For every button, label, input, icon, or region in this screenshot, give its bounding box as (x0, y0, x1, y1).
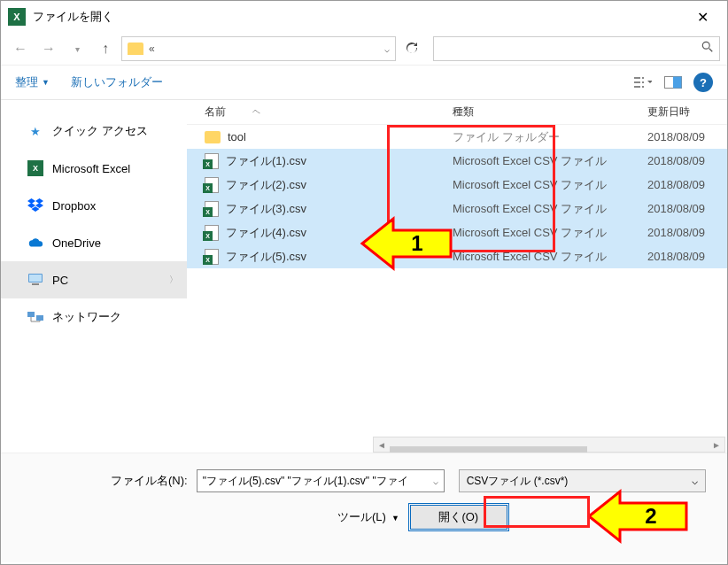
file-name: ファイル(5).csv (226, 249, 306, 265)
filename-label: ファイル名(N): (111, 473, 188, 489)
file-date: 2018/08/09 (647, 130, 727, 143)
excel-icon: X (27, 160, 43, 176)
svg-rect-7 (642, 86, 644, 88)
sidebar-item-label: クイック アクセス (52, 123, 148, 139)
sidebar-item-dropbox[interactable]: Dropbox (1, 187, 187, 224)
chevron-down-icon[interactable]: ⌵ (384, 44, 390, 54)
file-row[interactable]: ファイル(4).csvMicrosoft Excel CSV ファイル2018/… (187, 221, 727, 244)
open-button-label: 開く(O) (438, 509, 478, 525)
cloud-icon (27, 235, 43, 251)
filename-value: "ファイル(5).csv" "ファイル(1).csv" "ファイ (203, 474, 408, 489)
file-row[interactable]: ファイル(2).csvMicrosoft Excel CSV ファイル2018/… (187, 173, 727, 197)
file-row[interactable]: toolファイル フォルダー2018/08/09 (187, 125, 727, 149)
titlebar: X ファイルを開く ✕ (1, 1, 727, 33)
search-icon (701, 41, 714, 57)
preview-pane-button[interactable] (663, 74, 683, 90)
chevron-right-icon: 〉 (169, 274, 178, 286)
file-date: 2018/08/09 (647, 250, 727, 263)
svg-rect-11 (29, 275, 42, 282)
svg-line-1 (709, 49, 713, 52)
address-bar[interactable]: « ⌵ (121, 36, 396, 61)
sort-indicator-icon: ヘ (252, 106, 260, 118)
file-name: ファイル(2).csv (226, 177, 306, 193)
sidebar-item-label: Dropbox (52, 199, 96, 213)
file-type: Microsoft Excel CSV ファイル (453, 225, 647, 241)
organize-button[interactable]: 整理▼ (15, 74, 50, 90)
csv-file-icon (205, 153, 219, 169)
svg-rect-9 (673, 77, 682, 89)
sidebar-item-onedrive[interactable]: OneDrive (1, 224, 187, 261)
file-name: ファイル(1).csv (226, 153, 306, 169)
excel-app-icon: X (8, 8, 26, 26)
horizontal-scrollbar[interactable]: ◄ ► (373, 437, 725, 453)
help-button[interactable]: ? (693, 73, 713, 92)
file-type: Microsoft Excel CSV ファイル (453, 201, 647, 217)
refresh-icon (405, 42, 419, 56)
window-title: ファイルを開く (33, 9, 113, 25)
pc-icon (27, 272, 43, 288)
svg-rect-12 (32, 283, 39, 285)
sidebar-item-pc[interactable]: PC 〉 (1, 261, 187, 298)
sidebar-item-label: Microsoft Excel (52, 162, 130, 175)
file-type-value: CSVファイル (*.csv*) (467, 474, 569, 489)
view-options-button[interactable] (633, 74, 653, 90)
svg-rect-5 (642, 77, 644, 79)
file-row[interactable]: ファイル(5).csvMicrosoft Excel CSV ファイル2018/… (187, 244, 727, 268)
forward-button[interactable]: → (36, 36, 61, 61)
file-name: ファイル(4).csv (226, 225, 306, 241)
file-date: 2018/08/09 (647, 202, 727, 215)
network-icon (27, 309, 43, 325)
sidebar-item-network[interactable]: ネットワーク (1, 298, 187, 336)
open-button[interactable]: 開く(O) (410, 505, 507, 530)
column-date[interactable]: 更新日時 (647, 104, 727, 120)
sidebar-item-label: PC (52, 274, 68, 287)
file-date: 2018/08/09 (647, 226, 727, 239)
file-row[interactable]: ファイル(3).csvMicrosoft Excel CSV ファイル2018/… (187, 197, 727, 221)
file-type: Microsoft Excel CSV ファイル (453, 153, 647, 169)
sidebar-item-excel[interactable]: X Microsoft Excel (1, 150, 187, 187)
history-chevron[interactable]: ▾ (65, 36, 89, 61)
svg-rect-6 (642, 81, 644, 83)
file-type: Microsoft Excel CSV ファイル (453, 177, 647, 193)
file-type-select[interactable]: CSVファイル (*.csv*) ⌵ (459, 469, 706, 492)
csv-file-icon (205, 249, 219, 265)
scroll-left-icon[interactable]: ◄ (374, 440, 390, 450)
tools-button[interactable]: ツール(L)▼ (337, 509, 399, 525)
new-folder-button[interactable]: 新しいフォルダー (71, 74, 163, 90)
address-text: « (149, 43, 379, 55)
file-type: Microsoft Excel CSV ファイル (453, 249, 647, 265)
csv-file-icon (205, 201, 219, 217)
back-button[interactable]: ← (8, 36, 33, 61)
chevron-down-icon[interactable]: ⌵ (433, 476, 438, 486)
main-area: ★ クイック アクセス X Microsoft Excel Dropbox On… (1, 100, 727, 453)
csv-file-icon (205, 225, 219, 241)
csv-file-icon (205, 177, 219, 193)
organize-label: 整理 (15, 74, 38, 90)
column-name[interactable]: 名前 ヘ (205, 104, 453, 120)
file-list-pane: 名前 ヘ 種類 更新日時 toolファイル フォルダー2018/08/09ファイ… (187, 100, 727, 453)
sidebar-item-label: OneDrive (52, 236, 101, 250)
file-row[interactable]: ファイル(1).csvMicrosoft Excel CSV ファイル2018/… (187, 149, 727, 173)
refresh-button[interactable] (399, 36, 424, 61)
toolbar: 整理▼ 新しいフォルダー ? (1, 65, 727, 100)
search-input[interactable] (433, 36, 720, 61)
folder-icon (205, 131, 221, 143)
svg-point-0 (702, 42, 709, 49)
up-button[interactable]: ↑ (93, 36, 118, 61)
sidebar: ★ クイック アクセス X Microsoft Excel Dropbox On… (1, 100, 187, 453)
filename-input[interactable]: "ファイル(5).csv" "ファイル(1).csv" "ファイ ⌵ (197, 469, 445, 492)
svg-rect-14 (36, 315, 43, 321)
dropbox-icon (27, 197, 43, 213)
close-button[interactable]: ✕ (685, 4, 720, 29)
svg-rect-13 (27, 312, 35, 317)
file-date: 2018/08/09 (647, 154, 727, 167)
column-type[interactable]: 種類 (453, 104, 647, 120)
scroll-right-icon[interactable]: ► (709, 440, 724, 450)
file-name: tool (228, 130, 246, 143)
file-name: ファイル(3).csv (226, 201, 306, 217)
folder-icon (128, 43, 143, 55)
sidebar-item-quick-access[interactable]: ★ クイック アクセス (1, 112, 187, 150)
svg-rect-3 (634, 81, 640, 83)
file-date: 2018/08/09 (647, 178, 727, 191)
new-folder-label: 新しいフォルダー (71, 74, 163, 90)
